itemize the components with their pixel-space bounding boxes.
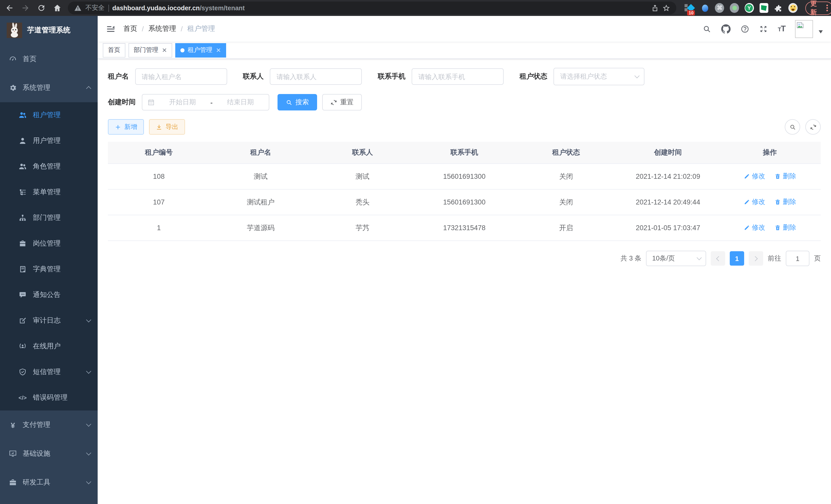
edit-link[interactable]: 修改 — [743, 172, 765, 181]
reset-button[interactable]: 重置 — [322, 94, 362, 111]
extensions-puzzle-icon[interactable] — [774, 3, 783, 12]
sidebar-item-post[interactable]: 岗位管理 — [0, 231, 98, 256]
trash-icon — [774, 199, 781, 205]
start-date-placeholder: 开始日期 — [159, 98, 206, 107]
extension-command-icon[interactable]: ⌘ — [715, 3, 724, 13]
edit-link[interactable]: 修改 — [743, 223, 765, 233]
sidebar-item-home[interactable]: 首页 — [0, 45, 98, 73]
extension-flag-icon[interactable] — [759, 3, 768, 13]
chevron-down-icon — [634, 73, 639, 78]
tab-dept[interactable]: 部门管理 ✕ — [128, 43, 172, 57]
search-button-label: 搜索 — [295, 98, 309, 107]
col-mobile: 联系手机 — [413, 142, 515, 164]
sidebar-item-menu[interactable]: 菜单管理 — [0, 179, 98, 205]
reload-icon[interactable] — [37, 4, 46, 12]
sidebar-item-tenant[interactable]: 租户管理 — [0, 102, 98, 128]
add-button[interactable]: 新增 — [108, 119, 144, 135]
sidebar-item-label: 租户管理 — [33, 111, 61, 120]
export-button[interactable]: 导出 — [149, 119, 185, 135]
table-row: 1 芋道源码 芋艿 17321315478 开启 2021-01-05 17:0… — [108, 215, 821, 241]
forward-icon[interactable] — [21, 4, 30, 12]
fullscreen-icon[interactable] — [759, 24, 768, 33]
close-icon[interactable]: ✕ — [216, 47, 221, 53]
trash-icon — [774, 225, 781, 231]
page-size-select[interactable]: 10条/页 — [646, 251, 706, 266]
browser-menu-icon[interactable] — [826, 7, 828, 9]
profile-avatar-icon[interactable] — [789, 3, 797, 13]
sidebar-item-label: 通知公告 — [33, 290, 61, 299]
search-icon — [789, 124, 796, 130]
cell-tenant-id: 1 — [108, 215, 210, 241]
security-label[interactable]: 不安全 — [85, 4, 105, 12]
cell-contact: 测试 — [312, 164, 413, 189]
browser-update-button[interactable]: 更新 — [805, 1, 831, 14]
next-page-button[interactable] — [749, 251, 763, 266]
tenant-name-input[interactable] — [135, 68, 227, 85]
sidebar-item-label: 研发工具 — [23, 478, 50, 487]
extension-y-icon[interactable]: Y — [745, 3, 754, 13]
sidebar-item-error-code[interactable]: </> 错误码管理 — [0, 385, 98, 411]
delete-link[interactable]: 删除 — [774, 198, 796, 207]
sidebar-item-dict[interactable]: 字典管理 — [0, 256, 98, 282]
sidebar-item-sms[interactable]: 短信管理 — [0, 359, 98, 385]
sidebar-toggle-button[interactable] — [106, 24, 116, 34]
extension-dot-icon[interactable] — [730, 3, 739, 13]
chevron-down-icon — [86, 421, 91, 427]
back-icon[interactable] — [5, 4, 14, 12]
sidebar-item-user[interactable]: 用户管理 — [0, 128, 98, 154]
browser-nav-buttons — [5, 4, 62, 12]
status-select[interactable]: 请选择租户状态 — [553, 68, 644, 85]
home-icon[interactable] — [53, 4, 62, 12]
close-icon[interactable]: ✕ — [162, 47, 167, 53]
sidebar-item-system[interactable]: 系统管理 — [0, 73, 98, 102]
extension-diamond-icon[interactable]: 10 — [686, 3, 694, 13]
prev-page-button[interactable] — [711, 251, 725, 266]
extension-balloon-icon[interactable] — [700, 3, 709, 13]
share-icon[interactable] — [651, 4, 659, 12]
goto-page-input[interactable] — [786, 251, 809, 266]
contact-input[interactable] — [270, 68, 362, 85]
sidebar-item-role[interactable]: 角色管理 — [0, 154, 98, 179]
sidebar-submenu-system: 租户管理 用户管理 角色管理 菜单管理 部门管理 — [0, 102, 98, 411]
delete-link[interactable]: 删除 — [774, 223, 796, 233]
search-icon[interactable] — [703, 24, 712, 33]
font-size-icon[interactable]: TT — [778, 24, 785, 33]
tab-home[interactable]: 首页 — [103, 43, 125, 57]
address-bar[interactable]: 不安全 dashboard.yudao.iocoder.cn/system/te… — [68, 2, 676, 14]
user-avatar[interactable] — [795, 20, 813, 38]
cell-mobile: 17321315478 — [413, 215, 515, 241]
github-icon[interactable] — [721, 24, 731, 34]
sidebar-item-dept[interactable]: 部门管理 — [0, 205, 98, 231]
sidebar-item-label: 岗位管理 — [33, 239, 61, 248]
add-button-label: 新增 — [124, 122, 137, 131]
search-button[interactable]: 搜索 — [278, 94, 317, 111]
pagination: 共 3 条 10条/页 1 前往 页 — [108, 251, 821, 266]
sidebar-item-payment[interactable]: ¥ 支付管理 — [0, 411, 98, 439]
sidebar-item-notice[interactable]: 通知公告 — [0, 282, 98, 308]
breadcrumb-home[interactable]: 首页 — [123, 24, 137, 33]
help-icon[interactable] — [741, 24, 749, 33]
delete-link[interactable]: 删除 — [774, 172, 796, 181]
sidebar-item-label: 错误码管理 — [33, 393, 67, 402]
breadcrumb-system[interactable]: 系统管理 — [148, 24, 176, 33]
pencil-icon — [743, 173, 750, 180]
page-number-1[interactable]: 1 — [730, 251, 744, 266]
toggle-search-button[interactable] — [785, 119, 800, 135]
tab-tenant[interactable]: 租户管理 ✕ — [175, 43, 226, 57]
sidebar-item-online-user[interactable]: 在线用户 — [0, 333, 98, 359]
url[interactable]: dashboard.yudao.iocoder.cn/system/tenant — [112, 4, 245, 11]
mobile-input[interactable] — [412, 68, 504, 85]
avatar-dropdown-caret[interactable] — [819, 30, 823, 33]
sidebar-item-devtools[interactable]: 研发工具 — [0, 468, 98, 497]
page-content: 租户名 联系人 联系手机 租户状态 请选择租户状态 — [98, 59, 831, 504]
edit-link[interactable]: 修改 — [743, 198, 765, 207]
sidebar-item-infra[interactable]: 基础设施 — [0, 439, 98, 468]
col-status: 租户状态 — [515, 142, 617, 164]
sidebar-item-label: 短信管理 — [33, 367, 61, 377]
refresh-table-button[interactable] — [805, 119, 821, 135]
create-time-range-picker[interactable]: 开始日期 - 结束日期 — [142, 94, 269, 111]
screen: 不安全 dashboard.yudao.iocoder.cn/system/te… — [0, 0, 831, 504]
chevron-up-icon — [86, 86, 91, 91]
bookmark-star-icon[interactable] — [662, 4, 670, 12]
sidebar-item-audit-log[interactable]: 审计日志 — [0, 308, 98, 333]
